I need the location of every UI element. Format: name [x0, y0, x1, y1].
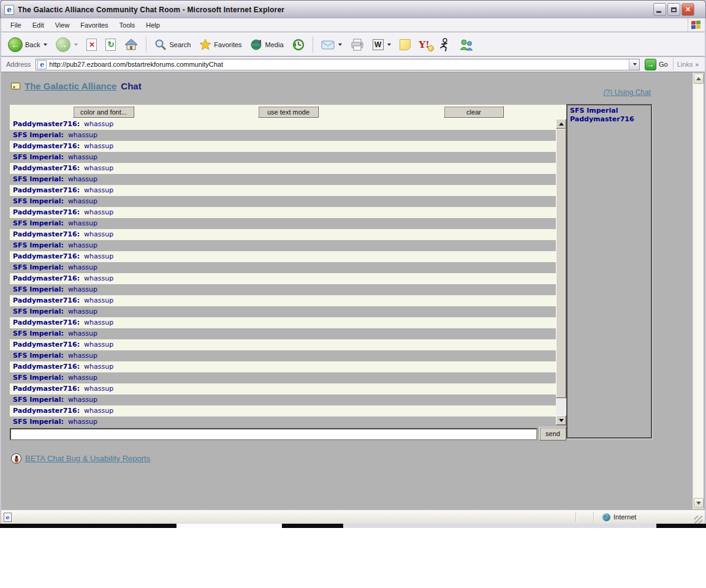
scroll-down-button[interactable]	[556, 415, 566, 425]
message-username: Paddymaster716:	[13, 407, 80, 415]
security-zone: Internet	[602, 513, 694, 521]
title-bar[interactable]: e The Galactic Alliance Community Chat R…	[0, 0, 706, 18]
back-button[interactable]: ← Back	[5, 36, 50, 53]
chat-message-row: SFS Imperial:whassup	[10, 306, 566, 317]
home-button[interactable]	[121, 37, 141, 52]
discuss-notes-button[interactable]	[397, 38, 414, 51]
chat-scrollbar[interactable]	[556, 119, 566, 425]
go-arrow-icon: →	[645, 59, 656, 70]
chat-message-row: SFS Imperial:whassup	[10, 240, 566, 251]
message-username: Paddymaster716:	[13, 142, 80, 150]
message-username: Paddymaster716:	[13, 120, 80, 128]
menu-item[interactable]: Tools	[114, 20, 141, 31]
message-text: whassup	[84, 142, 113, 150]
go-button[interactable]: → Go	[640, 59, 673, 70]
using-chat-help-link[interactable]: (?) Using Chat	[604, 88, 651, 97]
message-username: Paddymaster716:	[13, 385, 80, 393]
toolbar-separator	[146, 37, 146, 53]
mail-dropdown-icon[interactable]	[338, 43, 342, 46]
chat-message-row: SFS Imperial:whassup	[10, 196, 566, 207]
menu-item[interactable]: Help	[140, 20, 165, 31]
forward-dropdown-icon[interactable]	[74, 43, 78, 46]
message-text: whassup	[84, 208, 113, 216]
menu-bar: FileEditViewFavoritesToolsHelp	[1, 18, 705, 32]
board-home-link[interactable]: The Galactic Alliance	[25, 81, 116, 91]
aim-button[interactable]	[435, 37, 454, 53]
maximize-button[interactable]	[667, 3, 680, 16]
message-username: Paddymaster716:	[13, 230, 80, 238]
minimize-button[interactable]	[653, 3, 666, 16]
menu-item[interactable]: View	[50, 20, 75, 31]
chevron-right-icon: »	[695, 61, 699, 68]
message-text: whassup	[84, 120, 113, 128]
stop-button[interactable]: ✕	[83, 37, 100, 52]
message-username: SFS Imperial:	[13, 352, 64, 360]
close-button[interactable]: ✕	[681, 3, 694, 16]
use-text-mode-button[interactable]: use text mode	[258, 106, 319, 118]
message-text: whassup	[84, 341, 113, 349]
scroll-up-button[interactable]	[556, 119, 566, 129]
links-toolbar[interactable]: Links »	[673, 58, 702, 70]
mail-button[interactable]	[318, 39, 345, 51]
chat-message-row: SFS Imperial:whassup	[10, 372, 566, 383]
back-icon: ←	[8, 37, 23, 52]
message-text: whassup	[68, 418, 97, 426]
message-username: Paddymaster716:	[13, 296, 80, 304]
refresh-button[interactable]: ↻	[102, 37, 119, 52]
chat-message-row: Paddymaster716:whassup	[10, 405, 556, 417]
back-dropdown-icon[interactable]	[44, 43, 47, 46]
search-button[interactable]: Search	[151, 37, 194, 52]
chat-message-row: Paddymaster716:whassup	[10, 163, 556, 174]
chat-message-input[interactable]	[10, 428, 537, 440]
address-dropdown-button[interactable]	[629, 59, 639, 70]
message-username: SFS Imperial:	[13, 131, 64, 139]
toolbar-separator	[313, 37, 313, 53]
edit-with-word-button[interactable]: W	[370, 38, 394, 51]
bug-icon	[11, 453, 21, 464]
message-username: Paddymaster716:	[13, 274, 80, 282]
scroll-up-button[interactable]	[694, 74, 704, 84]
windows-flag-logo	[688, 18, 704, 31]
scrollbar-thumb[interactable]	[556, 129, 566, 398]
chat-message-row: Paddymaster716:whassup	[10, 383, 556, 394]
message-username: SFS Imperial:	[13, 219, 64, 227]
clear-button[interactable]: clear	[444, 106, 504, 118]
chat-message-row: Paddymaster716:whassup	[10, 207, 556, 218]
media-button[interactable]: Media	[248, 37, 287, 52]
message-text: whassup	[84, 318, 113, 326]
send-button[interactable]: send	[539, 427, 566, 440]
menu-item[interactable]: Edit	[27, 20, 50, 31]
search-icon	[154, 39, 167, 51]
message-text: whassup	[68, 241, 97, 249]
chat-message-row: Paddymaster716:whassup	[10, 317, 556, 328]
msn-messenger-button[interactable]	[456, 37, 477, 52]
message-username: Paddymaster716:	[13, 186, 80, 194]
print-button[interactable]	[347, 37, 367, 52]
beta-report-row: BETA Chat Bug & Usability Reports	[11, 453, 150, 464]
chat-message-row: SFS Imperial:whassup	[10, 284, 566, 295]
maximize-icon	[671, 7, 677, 12]
address-input-box: e	[36, 59, 640, 70]
history-button[interactable]	[289, 37, 308, 52]
message-username: SFS Imperial:	[13, 241, 64, 249]
favorites-button[interactable]: Favorites	[196, 37, 245, 52]
yahoo-messenger-icon: Y!	[419, 39, 430, 50]
yahoo-messenger-button[interactable]: Y!	[416, 38, 433, 51]
menu-item[interactable]: File	[5, 20, 27, 31]
scroll-down-button[interactable]	[694, 498, 704, 508]
msn-messenger-icon	[459, 39, 474, 51]
address-input[interactable]	[49, 60, 629, 69]
chat-toolbar: color and font... use text mode clear	[10, 105, 566, 119]
resize-grip[interactable]	[694, 516, 702, 524]
chat-bubble-icon	[11, 83, 20, 89]
chat-message-list: Paddymaster716:whassup SFS Imperial:whas…	[10, 119, 566, 428]
menu-item[interactable]: Favorites	[75, 20, 113, 31]
chat-message-row: SFS Imperial:whassup	[10, 152, 566, 163]
page-scrollbar[interactable]	[693, 73, 704, 509]
color-and-font-button[interactable]: color and font...	[73, 106, 134, 118]
forward-button[interactable]: →	[53, 36, 81, 53]
beta-report-link[interactable]: BETA Chat Bug & Usability Reports	[25, 454, 150, 463]
word-dropdown-icon[interactable]	[387, 43, 391, 46]
window-title: The Galactic Alliance Community Chat Roo…	[18, 6, 653, 14]
chat-message-row: Paddymaster716:whassup	[10, 339, 556, 350]
